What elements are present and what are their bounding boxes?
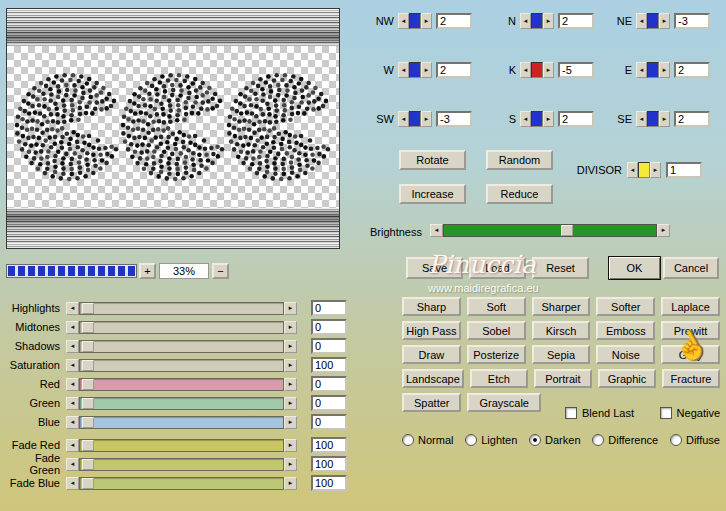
filter-button-sobel[interactable]: Sobel bbox=[467, 321, 526, 340]
kernel-k-spinner-decrement-arrow-icon[interactable]: ◄ bbox=[520, 62, 531, 78]
slider-right-arrow-icon[interactable]: ► bbox=[284, 359, 297, 372]
radio-button-icon[interactable] bbox=[465, 434, 477, 446]
checkbox-negative[interactable]: Negative bbox=[660, 407, 720, 419]
kernel-se-value-field[interactable] bbox=[674, 111, 710, 127]
checkbox-box-icon[interactable] bbox=[565, 407, 577, 419]
brightness-left-arrow-icon[interactable]: ◄ bbox=[430, 224, 443, 237]
filter-button-grayscale[interactable]: Grayscale bbox=[467, 393, 541, 412]
zoom-out-button[interactable]: − bbox=[212, 263, 229, 279]
checkbox-box-icon[interactable] bbox=[660, 407, 672, 419]
slider-value-field[interactable] bbox=[311, 319, 347, 335]
zoom-in-button[interactable]: + bbox=[139, 263, 156, 279]
slider-right-arrow-icon[interactable]: ► bbox=[284, 439, 297, 452]
slider-left-arrow-icon[interactable]: ◄ bbox=[66, 439, 79, 452]
slider-value-field[interactable] bbox=[311, 475, 347, 491]
slider-thumb[interactable] bbox=[82, 322, 94, 333]
slider-value-field[interactable] bbox=[311, 300, 347, 316]
slider-thumb[interactable] bbox=[82, 360, 94, 371]
slider-left-arrow-icon[interactable]: ◄ bbox=[66, 321, 79, 334]
slider-left-arrow-icon[interactable]: ◄ bbox=[66, 397, 79, 410]
filter-button-sepia[interactable]: Sepia bbox=[532, 345, 591, 364]
slider-thumb[interactable] bbox=[82, 398, 94, 409]
blend-mode-normal[interactable]: Normal bbox=[402, 434, 453, 446]
random-button[interactable]: Random bbox=[486, 150, 553, 170]
kernel-e-spinner-increment-arrow-icon[interactable]: ► bbox=[659, 62, 670, 78]
slider-right-arrow-icon[interactable]: ► bbox=[284, 302, 297, 315]
filter-button-portrait[interactable]: Portrait bbox=[534, 369, 592, 388]
brightness-slider[interactable]: ◄ ► bbox=[430, 224, 670, 238]
radio-button-icon[interactable] bbox=[402, 434, 414, 446]
filter-button-sharp[interactable]: Sharp bbox=[402, 297, 461, 316]
kernel-e-value-field[interactable] bbox=[674, 62, 710, 78]
slider-right-arrow-icon[interactable]: ► bbox=[284, 378, 297, 391]
slider-thumb[interactable] bbox=[82, 417, 94, 428]
filter-button-landscape[interactable]: Landscape bbox=[402, 369, 464, 388]
slider-track[interactable] bbox=[79, 340, 284, 353]
slider-left-arrow-icon[interactable]: ◄ bbox=[66, 302, 79, 315]
slider-left-arrow-icon[interactable]: ◄ bbox=[66, 340, 79, 353]
filter-button-laplace[interactable]: Laplace bbox=[661, 297, 720, 316]
kernel-ne-spinner-decrement-arrow-icon[interactable]: ◄ bbox=[636, 13, 647, 29]
filter-button-etch[interactable]: Etch bbox=[470, 369, 528, 388]
slider-value-field[interactable] bbox=[311, 414, 347, 430]
slider-track[interactable] bbox=[79, 302, 284, 315]
slider-track[interactable] bbox=[79, 359, 284, 372]
slider-left-arrow-icon[interactable]: ◄ bbox=[66, 359, 79, 372]
slider-right-arrow-icon[interactable]: ► bbox=[284, 458, 297, 471]
filter-button-posterize[interactable]: Posterize bbox=[467, 345, 526, 364]
load-button[interactable]: Load bbox=[469, 257, 526, 279]
filter-button-graphic[interactable]: Graphic bbox=[598, 369, 656, 388]
divisor-value-field[interactable] bbox=[666, 162, 702, 178]
filter-button-high-pass[interactable]: High Pass bbox=[402, 321, 461, 340]
kernel-s-spinner-decrement-arrow-icon[interactable]: ◄ bbox=[520, 111, 531, 127]
kernel-nw-value-field[interactable] bbox=[436, 13, 472, 29]
slider-thumb[interactable] bbox=[82, 459, 94, 470]
slider-left-arrow-icon[interactable]: ◄ bbox=[66, 477, 79, 490]
radio-button-icon[interactable] bbox=[592, 434, 604, 446]
filter-button-softer[interactable]: Softer bbox=[596, 297, 655, 316]
kernel-s-value-field[interactable] bbox=[558, 111, 594, 127]
increase-button[interactable]: Increase bbox=[399, 184, 466, 204]
kernel-ne-value-field[interactable] bbox=[674, 13, 710, 29]
slider-value-field[interactable] bbox=[311, 437, 347, 453]
blend-mode-diffuse[interactable]: Diffuse bbox=[670, 434, 720, 446]
slider-left-arrow-icon[interactable]: ◄ bbox=[66, 458, 79, 471]
reduce-button[interactable]: Reduce bbox=[486, 184, 553, 204]
kernel-k-value-field[interactable] bbox=[558, 62, 594, 78]
kernel-s-spinner-increment-arrow-icon[interactable]: ► bbox=[543, 111, 554, 127]
slider-thumb[interactable] bbox=[82, 440, 94, 451]
slider-track[interactable] bbox=[79, 477, 284, 490]
filter-button-sharper[interactable]: Sharper bbox=[532, 297, 591, 316]
blend-mode-darken[interactable]: Darken bbox=[529, 434, 580, 446]
filter-button-emboss[interactable]: Emboss bbox=[596, 321, 655, 340]
slider-thumb[interactable] bbox=[82, 478, 94, 489]
rotate-button[interactable]: Rotate bbox=[399, 150, 466, 170]
reset-button[interactable]: Reset bbox=[532, 257, 589, 279]
slider-thumb[interactable] bbox=[82, 379, 94, 390]
filter-button-soft[interactable]: Soft bbox=[467, 297, 526, 316]
kernel-w-spinner-increment-arrow-icon[interactable]: ► bbox=[421, 62, 432, 78]
slider-track[interactable] bbox=[79, 397, 284, 410]
blend-mode-difference[interactable]: Difference bbox=[592, 434, 658, 446]
brightness-thumb[interactable] bbox=[561, 225, 573, 236]
blend-mode-lighten[interactable]: Lighten bbox=[465, 434, 517, 446]
slider-right-arrow-icon[interactable]: ► bbox=[284, 397, 297, 410]
kernel-sw-value-field[interactable] bbox=[436, 111, 472, 127]
slider-left-arrow-icon[interactable]: ◄ bbox=[66, 416, 79, 429]
kernel-n-spinner-decrement-arrow-icon[interactable]: ◄ bbox=[520, 13, 531, 29]
slider-thumb[interactable] bbox=[82, 303, 94, 314]
slider-value-field[interactable] bbox=[311, 338, 347, 354]
preview-panel[interactable] bbox=[6, 8, 340, 249]
kernel-sw-spinner-decrement-arrow-icon[interactable]: ◄ bbox=[398, 111, 409, 127]
kernel-e-spinner-decrement-arrow-icon[interactable]: ◄ bbox=[636, 62, 647, 78]
checkbox-blend-last[interactable]: Blend Last bbox=[565, 407, 634, 419]
slider-right-arrow-icon[interactable]: ► bbox=[284, 416, 297, 429]
slider-left-arrow-icon[interactable]: ◄ bbox=[66, 378, 79, 391]
filter-button-spatter[interactable]: Spatter bbox=[402, 393, 461, 412]
radio-button-icon[interactable] bbox=[670, 434, 682, 446]
slider-track[interactable] bbox=[79, 439, 284, 452]
filter-button-kirsch[interactable]: Kirsch bbox=[532, 321, 591, 340]
kernel-n-spinner-increment-arrow-icon[interactable]: ► bbox=[543, 13, 554, 29]
slider-right-arrow-icon[interactable]: ► bbox=[284, 477, 297, 490]
slider-right-arrow-icon[interactable]: ► bbox=[284, 340, 297, 353]
